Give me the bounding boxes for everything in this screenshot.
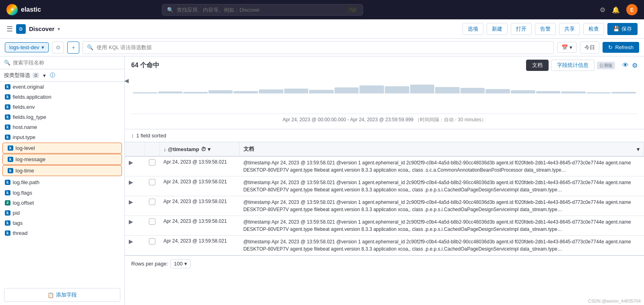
add-field-button[interactable]: 📋 添加字段	[4, 288, 120, 302]
save-button[interactable]: 💾 保存	[607, 23, 638, 35]
field-type-tag: k	[5, 230, 10, 236]
filter-info-icon[interactable]: ⓘ	[50, 72, 55, 79]
rows-per-page-dropdown[interactable]: 100 ▾	[170, 259, 191, 268]
field-name: log-message	[16, 156, 45, 162]
date-picker-button[interactable]: 📅 ▾	[557, 42, 577, 53]
field-name: input.type	[13, 134, 35, 140]
timestamp-col-label: @timestamp	[168, 146, 199, 152]
index-selector[interactable]: logs-test-dev ▾	[5, 42, 49, 52]
settings-icon[interactable]: ⚙	[600, 6, 605, 14]
field-type-tag: k	[8, 168, 13, 173]
row-checkbox[interactable]	[149, 159, 155, 166]
global-search-input[interactable]	[177, 7, 344, 13]
table-header: ↓ @timestamp ⏱ ▾ 文档 ▾	[125, 142, 644, 156]
inspect-button[interactable]: 检查	[583, 23, 604, 35]
sort-arrow-icon: ↕	[131, 133, 134, 139]
result-count: 64 个命中	[131, 61, 159, 70]
expand-cell[interactable]: ▶	[125, 216, 145, 236]
expand-row-icon[interactable]: ▶	[129, 199, 133, 205]
sidebar-field-item[interactable]: k input.type	[0, 132, 124, 142]
filter-count: 0	[33, 73, 39, 78]
sidebar-collapse-toggle[interactable]: ◀	[125, 76, 131, 85]
sidebar-field-item[interactable]: k host.name	[0, 122, 124, 132]
open-button[interactable]: 打开	[511, 23, 532, 35]
sidebar-field-item[interactable]: k log-message	[2, 154, 122, 165]
docs-tab[interactable]: 文档	[526, 60, 549, 71]
header-bar: ☰ D Discover ▾ 选项 新建 打开 告警 共享 检查 💾 保存	[0, 19, 644, 39]
sidebar-field-item[interactable]: k event.original	[0, 82, 124, 92]
watermark: CSDN @weixin_44835704	[588, 299, 641, 303]
expand-cell[interactable]: ▶	[125, 156, 145, 176]
sidebar-field-item[interactable]: k log.flags	[0, 188, 124, 198]
sidebar-field-item[interactable]: # log.offset	[0, 198, 124, 208]
histogram-chart	[131, 73, 638, 93]
sidebar-field-item[interactable]: k log-level	[2, 143, 122, 154]
sidebar-field-item[interactable]: k thread	[0, 228, 124, 238]
row-checkbox[interactable]	[149, 179, 155, 185]
sidebar-field-item[interactable]: k fields.application	[0, 92, 124, 102]
sidebar: 🔍 按类型筛选 0 ▾ ⓘ k event.original k fields.…	[0, 56, 125, 305]
sidebar-field-item[interactable]: k log.file.path +	[0, 176, 124, 188]
field-name: log.file.path	[13, 179, 40, 185]
timestamp-cell: Apr 24, 2023 @ 13:59:58.021	[159, 176, 239, 196]
sidebar-field-item[interactable]: k pid	[0, 208, 124, 218]
expand-row-icon[interactable]: ▶	[129, 238, 133, 245]
add-field-icon: 📋	[47, 292, 54, 298]
share-button[interactable]: 共享	[559, 23, 580, 35]
clock-icon: ⏱	[201, 146, 206, 152]
options-button[interactable]: 选项	[462, 23, 483, 35]
expand-row-icon[interactable]: ▶	[129, 159, 133, 166]
hamburger-icon[interactable]: ☰	[6, 25, 13, 33]
field-type-tag: k	[5, 104, 10, 110]
add-filter-button[interactable]: ＋	[67, 41, 79, 54]
chevron-down-icon: ▾	[570, 44, 572, 50]
elastic-logo-text: elastic	[21, 6, 41, 13]
field-name: log.flags	[13, 190, 32, 196]
fields-tab[interactable]: 字段统计信息	[551, 60, 594, 71]
sidebar-field-item[interactable]: k fields.log_type	[0, 112, 124, 122]
select-cell[interactable]	[145, 196, 159, 216]
sidebar-field-item[interactable]: k log-time	[2, 165, 122, 176]
col-chevron-icon: ▾	[208, 146, 211, 152]
sidebar-field-item[interactable]: k fields.env	[0, 102, 124, 112]
expand-row-icon[interactable]: ▶	[129, 179, 133, 185]
expand-cell[interactable]: ▶	[125, 196, 145, 216]
chevron-down-icon[interactable]: ▾	[58, 26, 60, 32]
kql-search-input[interactable]	[97, 44, 549, 50]
notifications-icon[interactable]: 🔔	[612, 6, 620, 14]
doc-cell: @timestamp Apr 24, 2023 @ 13:59:58.021 @…	[239, 216, 644, 236]
field-list: k event.original k fields.application k …	[0, 82, 124, 285]
global-search[interactable]: 🔍 ⌥/	[162, 4, 363, 16]
field-search-bar[interactable]: 🔍	[0, 56, 124, 69]
settings-gear-icon[interactable]: ⚙	[632, 62, 638, 69]
expand-cell[interactable]: ▶	[125, 176, 145, 196]
timestamp-cell: Apr 24, 2023 @ 13:59:58.021	[159, 196, 239, 216]
sort-icon: ↓	[164, 146, 167, 152]
select-cell[interactable]	[145, 216, 159, 236]
select-cell[interactable]	[145, 156, 159, 176]
row-checkbox[interactable]	[149, 218, 155, 225]
expand-row-icon[interactable]: ▶	[129, 218, 133, 225]
timestamp-col-header[interactable]: ↓ @timestamp ⏱ ▾	[159, 142, 239, 156]
chevron-down-icon[interactable]: ▾	[43, 73, 46, 79]
select-cell[interactable]	[145, 236, 159, 255]
sidebar-field-item[interactable]: k tags	[0, 218, 124, 228]
display-options-icon[interactable]: 👁	[622, 62, 629, 69]
kql-search-bar[interactable]: 🔍	[83, 41, 554, 54]
main-layout: 🔍 按类型筛选 0 ▾ ⓘ k event.original k fields.…	[0, 56, 644, 305]
row-checkbox[interactable]	[149, 199, 155, 205]
today-button[interactable]: 今日	[580, 41, 599, 54]
select-cell[interactable]	[145, 176, 159, 196]
new-button[interactable]: 新建	[487, 23, 508, 35]
doc-cell: @timestamp Apr 24, 2023 @ 13:59:58.021 @…	[239, 196, 644, 216]
field-search-input[interactable]	[13, 60, 120, 66]
expand-cell[interactable]: ▶	[125, 236, 145, 255]
table-row: ▶ Apr 24, 2023 @ 13:59:58.021 @timestamp…	[125, 216, 644, 236]
refresh-button[interactable]: ↻ Refresh	[603, 42, 639, 53]
top-navigation: ✦ elastic 🔍 ⌥/ ⚙ 🔔 E	[0, 0, 644, 19]
alert-button[interactable]: 告警	[535, 23, 556, 35]
filter-by-index-button[interactable]: ⊙	[52, 41, 64, 54]
row-checkbox[interactable]	[149, 238, 155, 245]
elastic-logo[interactable]: ✦ elastic	[6, 4, 41, 15]
avatar[interactable]: E	[626, 4, 638, 15]
